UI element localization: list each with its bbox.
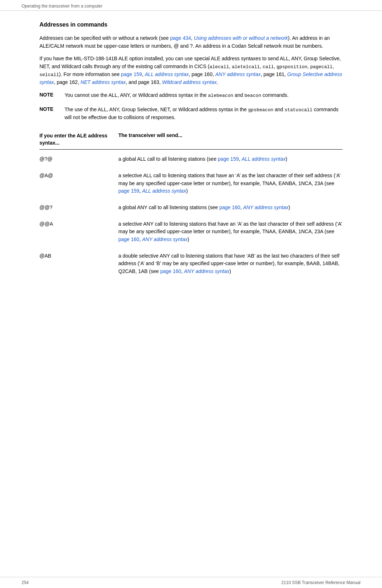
code-alebeacon: alebeacon — [208, 93, 233, 98]
link-row2-p159[interactable]: page 159 — [118, 188, 139, 194]
link-row5-any-syntax[interactable]: ANY address syntax — [184, 268, 230, 274]
link-net-syntax[interactable]: NET address syntax — [80, 79, 126, 85]
link-p159[interactable]: page 159 — [121, 71, 142, 77]
note-text-2: The use of the ALL, ANY, Group Selective… — [65, 106, 343, 122]
code-aletelcall: aletelcall — [232, 64, 260, 70]
page-content: Addresses in commands Addresses can be s… — [0, 11, 382, 295]
footer-page-number: 254 — [22, 580, 29, 585]
footer-manual-name: 2110 SSB Transceiver Reference Manual — [281, 580, 360, 585]
note-label-2: NOTE — [39, 106, 65, 112]
col-ale-header: If you enter the ALE address syntax... — [39, 132, 118, 146]
link-wildcard-syntax[interactable]: Wildcard address syntax — [162, 79, 217, 85]
send-desc-1: a global ALL call to all listening stati… — [118, 155, 343, 163]
code-selcall: selcall — [39, 72, 59, 77]
page-footer: 254 2110 SSB Transceiver Reference Manua… — [0, 577, 382, 588]
note-text-1: You cannot use the ALL, ANY, or Wildcard… — [65, 91, 343, 99]
link-row1-p159[interactable]: page 159 — [218, 156, 239, 162]
paragraph-1: Addresses can be specified with or witho… — [39, 34, 343, 50]
link-page434[interactable]: page 434 — [170, 35, 191, 41]
link-row4-p160[interactable]: page 160 — [118, 236, 139, 242]
code-gpsbeacon: gpsbeacon — [248, 107, 273, 113]
table-row: @?@ a global ALL call to all listening s… — [39, 155, 343, 163]
col-send-header: The transceiver will send... — [118, 132, 343, 146]
link-row3-any-syntax[interactable]: ANY address syntax — [243, 204, 289, 210]
table-row: @AB a double selective ANY call to liste… — [39, 252, 343, 276]
ale-syntax-3: @@? — [39, 204, 118, 210]
send-desc-5: a double selective ANY call to listening… — [118, 252, 343, 276]
address-table: If you enter the ALE address syntax... T… — [39, 132, 343, 276]
link-all-syntax[interactable]: ALL address syntax — [145, 71, 189, 77]
send-desc-2: a selective ALL call to listening statio… — [118, 172, 343, 195]
section-title: Addresses in commands — [39, 22, 343, 28]
send-desc-4: a selective ANY call to listening statio… — [118, 220, 343, 244]
ale-syntax-1: @?@ — [39, 155, 118, 162]
code-call: call — [263, 64, 274, 70]
note-block-1: NOTE You cannot use the ALL, ANY, or Wil… — [39, 91, 343, 99]
note-block-2: NOTE The use of the ALL, ANY, Group Sele… — [39, 106, 343, 122]
note-label-1: NOTE — [39, 91, 65, 98]
ale-syntax-4: @@A — [39, 220, 118, 227]
link-using-addresses[interactable]: Using addresses with or without a networ… — [194, 35, 288, 41]
table-row: @A@ a selective ALL call to listening st… — [39, 172, 343, 195]
ale-syntax-2: @A@ — [39, 172, 118, 178]
header-text: Operating the transceiver from a compute… — [22, 4, 102, 9]
paragraph-2: If you have the MIL-STD-188-141B ALE opt… — [39, 55, 343, 86]
code-beacon: beacon — [244, 93, 261, 98]
send-desc-3: a global ANY call to all listening stati… — [118, 204, 343, 212]
ale-syntax-5: @AB — [39, 252, 118, 259]
link-row4-any-syntax[interactable]: ANY address syntax — [142, 236, 188, 242]
table-header-row: If you enter the ALE address syntax... T… — [39, 132, 343, 150]
page-header: Operating the transceiver from a compute… — [0, 0, 382, 11]
code-pagecall: pagecall — [310, 64, 333, 70]
code-alecall: alecall — [209, 64, 229, 70]
link-row3-p160[interactable]: page 160 — [219, 204, 240, 210]
table-row: @@A a selective ANY call to listening st… — [39, 220, 343, 244]
table-row: @@? a global ANY call to all listening s… — [39, 204, 343, 212]
link-row1-all-syntax[interactable]: ALL address syntax — [242, 156, 286, 162]
code-gpsposition: gpsposition — [277, 64, 307, 70]
code-statuscall: statuscall — [284, 107, 312, 113]
link-row5-p160[interactable]: page 160 — [160, 268, 181, 274]
link-row2-all-syntax[interactable]: ALL address syntax — [142, 188, 186, 194]
link-any-syntax[interactable]: ANY address syntax — [215, 71, 261, 77]
